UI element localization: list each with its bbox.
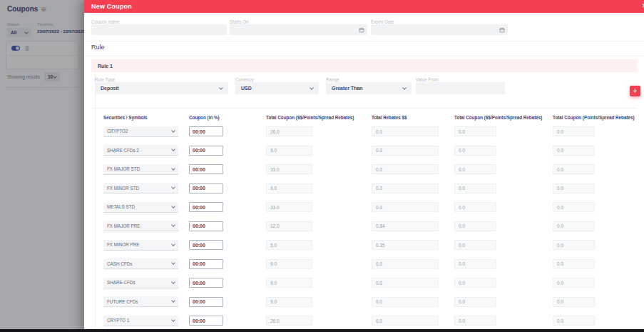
total-rebates-input[interactable]: 0.84 — [372, 221, 439, 231]
currency-value: USD — [241, 86, 252, 91]
close-icon[interactable]: ✕ — [641, 2, 644, 9]
chevron-down-icon — [171, 129, 175, 133]
chevron-down-icon — [171, 318, 175, 322]
total-coupon-value: 12.0 — [270, 223, 280, 228]
security-select[interactable]: FX MINOR PRE — [103, 240, 178, 251]
total-coupon-2-input[interactable]: 0.0 — [454, 183, 496, 193]
column-header: Securities / Symbols — [103, 115, 178, 120]
security-name: FX MAJOR STD — [107, 166, 140, 171]
total-coupon-value: 9.0 — [270, 299, 277, 304]
security-select[interactable]: CRYPTO2 — [103, 126, 178, 137]
total-rebates-input[interactable]: 0.0 — [372, 202, 439, 212]
coupon-percent-value: 00:00 — [193, 129, 205, 134]
coupon-percent-input[interactable]: 00:00 — [189, 316, 223, 326]
value-from-input[interactable] — [416, 82, 505, 94]
total-coupon-input[interactable]: 9.0 — [266, 259, 312, 269]
total-rebates-input[interactable]: 0.0 — [372, 297, 439, 307]
security-select[interactable]: FX MINOR STD — [103, 183, 178, 193]
expiry-date-input[interactable] — [371, 24, 508, 35]
total-coupon-value: 33.0 — [270, 205, 280, 210]
total-coupon-input[interactable]: 26.0 — [266, 126, 312, 136]
coupon-name-input[interactable] — [91, 24, 227, 35]
total-coupon-3-input[interactable]: 0.0 — [553, 316, 595, 326]
total-coupon-2-input[interactable]: 0.0 — [454, 146, 496, 156]
coupon-percent-input[interactable]: 00:00 — [189, 146, 223, 156]
total-coupon-2-input[interactable]: 0.0 — [454, 202, 496, 212]
calendar-icon[interactable] — [359, 27, 364, 33]
total-coupon-3-input[interactable]: 0.0 — [553, 297, 595, 307]
coupon-percent-value: 00:00 — [193, 186, 205, 191]
total-coupon-input[interactable]: 9.0 — [266, 297, 312, 307]
total-coupon-3-value: 0.0 — [557, 148, 563, 153]
total-rebates-input[interactable]: 0.0 — [372, 164, 439, 174]
total-rebates-input[interactable]: 0.0 — [372, 316, 439, 326]
coupon-percent-input[interactable]: 00:00 — [189, 202, 223, 212]
security-select[interactable]: SHARE CFDs — [103, 278, 178, 288]
coupon-percent-value: 00:00 — [193, 167, 205, 172]
total-coupon-2-input[interactable]: 0.0 — [454, 221, 496, 231]
security-name: FX MAJOR PRE — [107, 223, 140, 228]
total-coupon-3-input[interactable]: 0.0 — [553, 259, 595, 269]
column-header: Total Rebates $$ — [372, 115, 439, 120]
coupon-percent-input[interactable]: 00:00 — [189, 126, 223, 136]
total-coupon-3-input[interactable]: 0.0 — [553, 126, 595, 136]
total-coupon-2-input[interactable]: 0.0 — [454, 278, 496, 288]
total-coupon-input[interactable]: 9.0 — [266, 183, 312, 193]
total-coupon-3-input[interactable]: 0.0 — [553, 183, 595, 193]
range-label: Range — [326, 77, 339, 82]
coupon-percent-input[interactable]: 00:00 — [189, 259, 223, 269]
total-coupon-input[interactable]: 26.0 — [266, 316, 312, 326]
total-coupon-2-input[interactable]: 0.0 — [454, 126, 496, 136]
total-coupon-3-input[interactable]: 0.0 — [553, 202, 595, 212]
total-coupon-2-input[interactable]: 0.0 — [454, 164, 496, 174]
total-coupon-input[interactable]: 9.0 — [266, 278, 312, 288]
total-coupon-input[interactable]: 12.0 — [266, 221, 312, 231]
total-coupon-3-input[interactable]: 0.0 — [553, 221, 595, 231]
total-rebates-input[interactable]: 0.0 — [372, 126, 439, 136]
rule-type-value: Deposit — [101, 86, 119, 91]
total-coupon-value: 26.0 — [270, 318, 280, 323]
security-select[interactable]: METALS STD — [103, 202, 178, 213]
security-select[interactable]: SHARE CFDs 2 — [103, 145, 178, 156]
coupon-percent-value: 00:00 — [193, 281, 205, 286]
range-select[interactable]: Greater Than — [326, 82, 412, 94]
total-coupon-input[interactable]: 5.0 — [266, 240, 312, 250]
total-coupon-3-input[interactable]: 0.0 — [553, 146, 595, 156]
starts-on-input[interactable] — [230, 24, 367, 35]
add-rule-button[interactable]: + — [630, 86, 640, 96]
coupon-percent-input[interactable]: 00:00 — [189, 297, 223, 307]
security-select[interactable]: CASH CFDs — [103, 258, 178, 269]
rule-1-header: Rule 1 — [91, 59, 637, 72]
coupon-percent-input[interactable]: 00:00 — [189, 240, 223, 250]
total-coupon-2-input[interactable]: 0.0 — [454, 316, 496, 326]
total-coupon-3-input[interactable]: 0.0 — [553, 240, 595, 250]
rule-type-select[interactable]: Deposit — [95, 82, 228, 94]
total-rebates-input[interactable]: 0.0 — [372, 146, 439, 156]
rule-section-heading: Rule — [91, 44, 105, 51]
total-coupon-3-input[interactable]: 0.0 — [553, 278, 595, 288]
coupon-percent-input[interactable]: 00:00 — [189, 183, 223, 193]
total-coupon-input[interactable]: 33.0 — [266, 202, 312, 212]
total-coupon-2-value: 0.0 — [459, 281, 465, 286]
total-rebates-input[interactable]: 0.0 — [372, 183, 439, 193]
currency-select[interactable]: USD — [235, 82, 319, 94]
total-rebates-input[interactable]: 0.0 — [372, 278, 439, 288]
security-select[interactable]: FX MAJOR PRE — [103, 221, 178, 231]
security-select[interactable]: FX MAJOR STD — [103, 164, 178, 175]
total-coupon-input[interactable]: 9.0 — [266, 146, 312, 156]
total-rebates-input[interactable]: 0.35 — [372, 240, 439, 250]
total-rebates-input[interactable]: 0.0 — [372, 259, 439, 269]
total-coupon-2-input[interactable]: 0.0 — [454, 297, 496, 307]
total-coupon-input[interactable]: 33.0 — [266, 164, 312, 174]
calendar-icon[interactable] — [499, 27, 505, 33]
coupon-percent-input[interactable]: 00:00 — [189, 221, 223, 231]
total-coupon-2-input[interactable]: 0.0 — [454, 259, 496, 269]
total-coupon-2-value: 0.0 — [459, 148, 465, 153]
total-coupon-3-input[interactable]: 0.0 — [553, 164, 595, 174]
coupon-percent-input[interactable]: 00:00 — [189, 164, 223, 174]
total-coupon-2-input[interactable]: 0.0 — [454, 240, 496, 250]
coupon-percent-input[interactable]: 00:00 — [189, 278, 223, 288]
column-header: Total Coupon ($$/Points/Spread Rebates) — [266, 115, 312, 120]
security-select[interactable]: FUTURE CFDs — [103, 296, 178, 307]
security-select[interactable]: CRYPTO 1 — [103, 316, 178, 326]
